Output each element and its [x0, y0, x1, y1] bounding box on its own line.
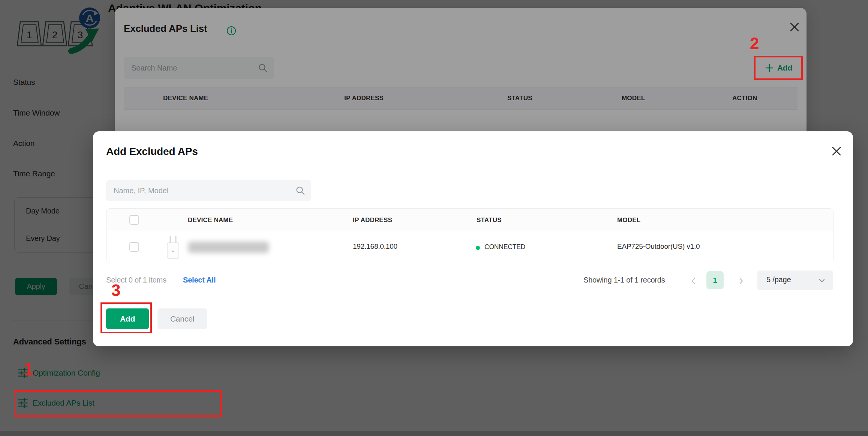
page-number-button[interactable]: 1 — [706, 271, 724, 289]
annotation-step-3: 3 — [111, 282, 120, 299]
annotation-step-1: 1 — [24, 361, 33, 377]
annotation-box-excluded-aps-link — [14, 390, 222, 417]
annotation-box-confirm-add — [100, 302, 152, 333]
chevron-down-icon — [818, 277, 826, 284]
devices-table: DEVICE NAME IP ADDRESS STATUS MODEL 192.… — [106, 208, 834, 263]
page-size-select[interactable]: 5 /page — [757, 271, 833, 290]
status-dot-icon — [476, 246, 480, 250]
chevron-left-icon[interactable] — [689, 277, 698, 286]
devices-table-header: DEVICE NAME IP ADDRESS STATUS MODEL — [106, 209, 833, 231]
add-modal-search[interactable] — [106, 180, 311, 201]
add-modal-title: Add Excluded APs — [106, 146, 198, 158]
chevron-right-icon[interactable] — [736, 277, 745, 286]
annotation-box-add-button — [754, 56, 803, 80]
device-ip: 192.168.0.100 — [353, 242, 397, 251]
col-model: MODEL — [617, 216, 640, 224]
col-device-name: DEVICE NAME — [188, 216, 233, 224]
annotation-step-2: 2 — [750, 35, 759, 52]
search-input[interactable] — [106, 180, 311, 201]
row-checkbox[interactable] — [129, 242, 139, 252]
select-all-link[interactable]: Select All — [183, 276, 216, 284]
col-status: STATUS — [477, 216, 502, 224]
col-ip-address: IP ADDRESS — [353, 216, 392, 224]
add-excluded-aps-modal: Add Excluded APs DEVICE NAME IP ADDRESS … — [93, 131, 853, 346]
device-row[interactable]: 192.168.0.100 CONNECTED EAP725-Outdoor(U… — [106, 231, 833, 263]
showing-records: Showing 1-1 of 1 records — [583, 276, 665, 284]
dialog-cancel-button[interactable]: Cancel — [157, 308, 207, 329]
device-status: CONNECTED — [484, 243, 525, 251]
screen: Adaptive WLAN Optimization 1 2 3 — [0, 0, 868, 436]
page-size-value: 5 /page — [766, 275, 791, 284]
device-name-redacted — [188, 242, 269, 253]
close-icon[interactable] — [830, 145, 844, 158]
device-model: EAP725-Outdoor(US) v1.0 — [617, 242, 700, 251]
search-icon — [295, 186, 305, 195]
device-thumbnail — [166, 235, 180, 260]
select-all-checkbox[interactable] — [129, 215, 139, 225]
